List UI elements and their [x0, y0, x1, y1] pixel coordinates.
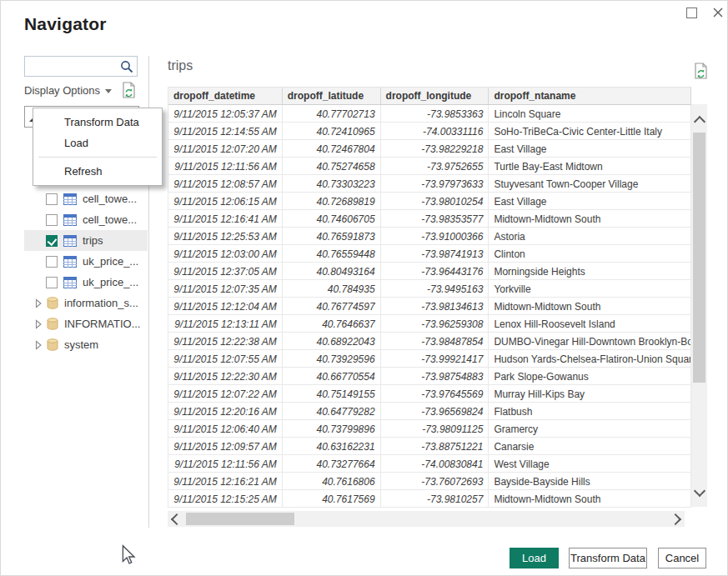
- table-row: 9/11/2015 12:15:25 AM40.7617569-73.98102…: [168, 490, 691, 508]
- search-input[interactable]: [28, 58, 120, 76]
- scroll-down-icon[interactable]: [694, 485, 705, 497]
- table-cell: SoHo-TriBeCa-Civic Center-Little Italy: [489, 123, 691, 139]
- table-cell: -73.98487854: [381, 333, 490, 349]
- column-header-dropoff_datetime[interactable]: dropoff_datetime: [168, 88, 283, 104]
- table-cell: 40.784935: [283, 280, 381, 297]
- table-row: 9/11/2015 12:16:41 AM40.74606705-73.9835…: [168, 210, 691, 228]
- table-cell: Lincoln Square: [489, 105, 691, 122]
- table-cell: 40.73929596: [283, 350, 381, 367]
- table-cell: 9/11/2015 12:06:15 AM: [168, 193, 283, 209]
- table-cell: 9/11/2015 12:16:41 AM: [168, 210, 283, 227]
- context-menu-item[interactable]: Refresh: [33, 161, 162, 182]
- refresh-preview-icon[interactable]: [121, 82, 136, 98]
- scroll-up-icon[interactable]: [694, 116, 705, 128]
- table-cell: 40.75149155: [283, 385, 381, 402]
- tree-item-database[interactable]: information_s...: [24, 293, 148, 313]
- table-row: 9/11/2015 12:07:20 AM40.72467804-73.9822…: [168, 140, 691, 158]
- table-cell: 40.76591873: [283, 228, 381, 244]
- tree-item-table[interactable]: uk_price_...: [24, 272, 148, 293]
- tree-item-table[interactable]: trips: [24, 230, 148, 251]
- table-cell: Park Slope-Gowanus: [489, 368, 691, 384]
- tree-item-table[interactable]: cell_towe...: [24, 209, 148, 230]
- table-cell: Turtle Bay-East Midtown: [489, 158, 691, 174]
- tree-item-database[interactable]: system: [24, 334, 148, 355]
- horizontal-scroll-thumb[interactable]: [186, 513, 294, 525]
- table-cell: 40.72689819: [283, 193, 381, 209]
- table-cell: 40.73277664: [283, 455, 381, 472]
- table-icon: [63, 235, 77, 247]
- collapsed-arrow-icon[interactable]: [34, 298, 43, 308]
- load-button[interactable]: Load: [510, 548, 559, 568]
- table-cell: 9/11/2015 12:03:00 AM: [168, 245, 283, 262]
- tree-item-table[interactable]: cell_towe...: [24, 188, 148, 209]
- table-cell: 40.72467804: [283, 140, 381, 157]
- context-menu-item[interactable]: Load: [33, 133, 162, 153]
- tree-item-table[interactable]: uk_price_...: [24, 251, 148, 272]
- table-cell: 40.7616806: [283, 473, 381, 489]
- table-row: 9/11/2015 12:14:55 AM40.72410965-74.0033…: [168, 123, 691, 140]
- table-cell: 40.76774597: [283, 298, 381, 314]
- tree-item-label: trips: [83, 234, 103, 247]
- context-menu-item[interactable]: Transform Data: [33, 112, 162, 133]
- table-icon: [63, 214, 77, 226]
- checkbox[interactable]: [46, 277, 58, 288]
- scroll-right-icon[interactable]: [670, 513, 681, 525]
- table-cell: 40.7646637: [283, 315, 381, 332]
- database-icon: [47, 318, 58, 330]
- table-row: 9/11/2015 12:06:15 AM40.72689819-73.9801…: [168, 193, 691, 210]
- vertical-scrollbar[interactable]: [691, 104, 707, 507]
- cancel-button[interactable]: Cancel: [658, 548, 706, 568]
- table-header-row: dropoff_datetimedropoff_latitudedropoff_…: [168, 88, 691, 105]
- table-cell: -73.98134613: [381, 298, 490, 314]
- tree-item-database[interactable]: INFORMATIO...: [24, 313, 148, 334]
- checkbox[interactable]: [46, 235, 58, 247]
- table-cell: 40.7617569: [283, 490, 381, 507]
- table-cell: -73.98754883: [381, 368, 490, 384]
- table-cell: 9/11/2015 12:11:56 AM: [168, 455, 283, 472]
- table-cell: 9/11/2015 12:07:35 AM: [168, 280, 283, 297]
- table-row: 9/11/2015 12:07:22 AM40.75149155-73.9764…: [168, 385, 691, 403]
- checkbox[interactable]: [46, 193, 58, 205]
- collapsed-arrow-icon[interactable]: [34, 319, 43, 329]
- data-preview-table: dropoff_datetimedropoff_latitudedropoff_…: [168, 87, 691, 508]
- table-cell: 9/11/2015 12:07:20 AM: [168, 140, 283, 157]
- context-menu-item-label: Transform Data: [64, 116, 139, 128]
- table-cell: Clinton: [489, 245, 691, 262]
- table-row: 9/11/2015 12:11:56 AM40.73277664-74.0083…: [168, 455, 691, 473]
- tree-item-label: uk_price_...: [83, 276, 138, 288]
- checkbox[interactable]: [46, 214, 58, 226]
- checkbox[interactable]: [46, 256, 58, 268]
- display-options-dropdown[interactable]: Display Options: [24, 83, 112, 98]
- column-header-dropoff_latitude[interactable]: dropoff_latitude: [283, 88, 381, 104]
- table-cell: Yorkville: [489, 280, 691, 297]
- database-icon: [47, 297, 58, 309]
- horizontal-scrollbar[interactable]: [168, 511, 685, 527]
- table-cell: 9/11/2015 12:11:56 AM: [168, 158, 283, 174]
- table-cell: 40.77702713: [283, 105, 381, 122]
- table-cell: Midtown-Midtown South: [489, 298, 691, 314]
- table-cell: 9/11/2015 12:12:04 AM: [168, 298, 283, 314]
- context-menu-item-label: Refresh: [64, 165, 103, 178]
- table-cell: 40.80493164: [283, 263, 381, 279]
- table-cell: 40.73303223: [283, 175, 381, 192]
- close-button[interactable]: [711, 6, 725, 19]
- table-row: 9/11/2015 12:05:37 AM40.77702713-73.9853…: [168, 105, 691, 123]
- table-cell: -73.96259308: [381, 315, 490, 332]
- table-cell: DUMBO-Vinegar Hill-Downtown Brooklyn-Boe…: [489, 333, 691, 349]
- table-cell: 40.68922043: [283, 333, 381, 349]
- scroll-left-icon[interactable]: [171, 513, 183, 525]
- vertical-scroll-thumb[interactable]: [693, 133, 705, 383]
- close-icon: [711, 6, 725, 19]
- column-header-dropoff_longitude[interactable]: dropoff_longitude: [381, 88, 490, 104]
- table-row: 9/11/2015 12:22:30 AM40.66770554-73.9875…: [168, 368, 691, 385]
- search-icon[interactable]: [120, 60, 133, 73]
- transform-data-button[interactable]: Transform Data: [569, 548, 647, 568]
- column-header-dropoff_ntaname[interactable]: dropoff_ntaname: [489, 88, 691, 104]
- table-cell: -73.98091125: [381, 420, 490, 437]
- table-cell: 40.75274658: [283, 158, 381, 174]
- refresh-preview-icon[interactable]: [693, 63, 708, 79]
- maximize-button[interactable]: [685, 6, 698, 19]
- table-cell: Lenox Hill-Roosevelt Island: [489, 315, 691, 332]
- collapsed-arrow-icon[interactable]: [34, 340, 43, 350]
- tree-item-label: cell_towe...: [83, 213, 137, 226]
